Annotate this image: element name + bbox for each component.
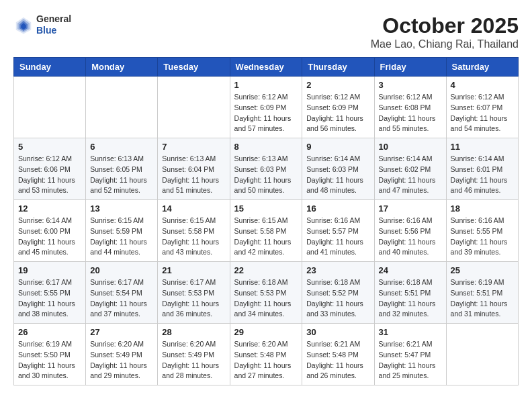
day-number: 6 [90, 142, 153, 152]
day-cell: 3Sunrise: 6:12 AM Sunset: 6:08 PM Daylig… [374, 77, 446, 138]
day-info: Sunrise: 6:13 AM Sunset: 6:05 PM Dayligh… [90, 154, 153, 196]
day-number: 11 [451, 142, 514, 152]
location: Mae Lao, Chiang Rai, Thailand [371, 38, 519, 50]
day-info: Sunrise: 6:13 AM Sunset: 6:03 PM Dayligh… [234, 154, 298, 196]
day-info: Sunrise: 6:16 AM Sunset: 5:57 PM Dayligh… [306, 216, 369, 258]
day-number: 5 [18, 142, 81, 152]
day-info: Sunrise: 6:20 AM Sunset: 5:48 PM Dayligh… [234, 339, 298, 381]
day-number: 27 [90, 327, 153, 337]
day-info: Sunrise: 6:12 AM Sunset: 6:07 PM Dayligh… [451, 92, 514, 134]
day-cell: 15Sunrise: 6:15 AM Sunset: 5:58 PM Dayli… [230, 200, 302, 262]
day-number: 18 [451, 203, 514, 214]
week-row-4: 19Sunrise: 6:17 AM Sunset: 5:55 PM Dayli… [14, 262, 519, 324]
day-number: 3 [379, 80, 442, 90]
day-number: 4 [451, 80, 514, 90]
day-info: Sunrise: 6:14 AM Sunset: 6:03 PM Dayligh… [306, 154, 369, 196]
day-cell: 18Sunrise: 6:16 AM Sunset: 5:55 PM Dayli… [446, 200, 518, 262]
day-number: 2 [306, 80, 369, 90]
day-number: 17 [379, 203, 442, 214]
column-header-tuesday: Tuesday [158, 58, 230, 77]
day-cell [14, 77, 86, 138]
day-number: 16 [306, 203, 369, 214]
day-cell: 27Sunrise: 6:20 AM Sunset: 5:49 PM Dayli… [86, 324, 158, 385]
page-header: General Blue October 2025 Mae Lao, Chian… [13, 13, 519, 50]
day-cell: 6Sunrise: 6:13 AM Sunset: 6:05 PM Daylig… [86, 138, 158, 200]
day-info: Sunrise: 6:17 AM Sunset: 5:54 PM Dayligh… [90, 277, 153, 320]
day-cell: 26Sunrise: 6:19 AM Sunset: 5:50 PM Dayli… [14, 324, 86, 385]
day-cell: 4Sunrise: 6:12 AM Sunset: 6:07 PM Daylig… [446, 77, 518, 138]
week-row-3: 12Sunrise: 6:14 AM Sunset: 6:00 PM Dayli… [14, 200, 519, 262]
day-cell: 29Sunrise: 6:20 AM Sunset: 5:48 PM Dayli… [230, 324, 302, 385]
day-cell: 21Sunrise: 6:17 AM Sunset: 5:53 PM Dayli… [158, 262, 230, 324]
day-cell: 12Sunrise: 6:14 AM Sunset: 6:00 PM Dayli… [14, 200, 86, 262]
column-header-sunday: Sunday [14, 58, 86, 77]
day-number: 31 [379, 327, 442, 337]
day-cell: 22Sunrise: 6:18 AM Sunset: 5:53 PM Dayli… [230, 262, 302, 324]
day-cell: 9Sunrise: 6:14 AM Sunset: 6:03 PM Daylig… [302, 138, 374, 200]
day-info: Sunrise: 6:20 AM Sunset: 5:49 PM Dayligh… [162, 339, 225, 381]
day-info: Sunrise: 6:16 AM Sunset: 5:55 PM Dayligh… [451, 216, 514, 258]
day-number: 30 [306, 327, 369, 337]
day-cell: 24Sunrise: 6:18 AM Sunset: 5:51 PM Dayli… [374, 262, 446, 324]
day-info: Sunrise: 6:14 AM Sunset: 6:02 PM Dayligh… [379, 154, 442, 196]
day-number: 25 [451, 265, 514, 275]
day-cell: 25Sunrise: 6:19 AM Sunset: 5:51 PM Dayli… [446, 262, 518, 324]
day-number: 28 [162, 327, 225, 337]
day-cell: 13Sunrise: 6:15 AM Sunset: 5:59 PM Dayli… [86, 200, 158, 262]
day-info: Sunrise: 6:14 AM Sunset: 6:01 PM Dayligh… [451, 154, 514, 196]
logo-general: General [36, 13, 71, 25]
day-cell [86, 77, 158, 138]
logo-text: General Blue [36, 13, 71, 36]
column-header-thursday: Thursday [302, 58, 374, 77]
day-number: 19 [18, 265, 81, 275]
day-number: 29 [234, 327, 298, 337]
day-number: 22 [234, 265, 298, 275]
day-number: 9 [306, 142, 369, 152]
day-cell: 19Sunrise: 6:17 AM Sunset: 5:55 PM Dayli… [14, 262, 86, 324]
week-row-1: 1Sunrise: 6:12 AM Sunset: 6:09 PM Daylig… [14, 77, 519, 138]
day-info: Sunrise: 6:21 AM Sunset: 5:48 PM Dayligh… [306, 339, 369, 381]
day-info: Sunrise: 6:15 AM Sunset: 5:59 PM Dayligh… [90, 216, 153, 258]
calendar-table: SundayMondayTuesdayWednesdayThursdayFrid… [13, 57, 519, 385]
day-cell: 16Sunrise: 6:16 AM Sunset: 5:57 PM Dayli… [302, 200, 374, 262]
day-cell: 8Sunrise: 6:13 AM Sunset: 6:03 PM Daylig… [230, 138, 302, 200]
day-info: Sunrise: 6:16 AM Sunset: 5:56 PM Dayligh… [379, 216, 442, 258]
day-cell: 28Sunrise: 6:20 AM Sunset: 5:49 PM Dayli… [158, 324, 230, 385]
column-header-wednesday: Wednesday [230, 58, 302, 77]
week-row-5: 26Sunrise: 6:19 AM Sunset: 5:50 PM Dayli… [14, 324, 519, 385]
day-info: Sunrise: 6:15 AM Sunset: 5:58 PM Dayligh… [162, 216, 225, 258]
day-cell: 14Sunrise: 6:15 AM Sunset: 5:58 PM Dayli… [158, 200, 230, 262]
week-row-2: 5Sunrise: 6:12 AM Sunset: 6:06 PM Daylig… [14, 138, 519, 200]
day-cell: 2Sunrise: 6:12 AM Sunset: 6:09 PM Daylig… [302, 77, 374, 138]
day-cell: 1Sunrise: 6:12 AM Sunset: 6:09 PM Daylig… [230, 77, 302, 138]
day-number: 20 [90, 265, 153, 275]
day-number: 21 [162, 265, 225, 275]
logo-blue: Blue [36, 25, 71, 36]
day-cell: 5Sunrise: 6:12 AM Sunset: 6:06 PM Daylig… [14, 138, 86, 200]
day-cell [446, 324, 518, 385]
day-number: 12 [18, 203, 81, 214]
day-info: Sunrise: 6:17 AM Sunset: 5:53 PM Dayligh… [162, 277, 225, 320]
day-cell: 30Sunrise: 6:21 AM Sunset: 5:48 PM Dayli… [302, 324, 374, 385]
day-info: Sunrise: 6:15 AM Sunset: 5:58 PM Dayligh… [234, 216, 298, 258]
column-header-friday: Friday [374, 58, 446, 77]
logo-icon [13, 15, 34, 35]
month-title: October 2025 [371, 13, 519, 38]
day-info: Sunrise: 6:12 AM Sunset: 6:09 PM Dayligh… [234, 92, 298, 134]
title-section: October 2025 Mae Lao, Chiang Rai, Thaila… [371, 13, 519, 50]
day-info: Sunrise: 6:12 AM Sunset: 6:08 PM Dayligh… [379, 92, 442, 134]
day-cell [158, 77, 230, 138]
day-info: Sunrise: 6:12 AM Sunset: 6:06 PM Dayligh… [18, 154, 81, 196]
day-number: 23 [306, 265, 369, 275]
day-info: Sunrise: 6:18 AM Sunset: 5:53 PM Dayligh… [234, 277, 298, 320]
day-number: 8 [234, 142, 298, 152]
column-header-monday: Monday [86, 58, 158, 77]
day-cell: 10Sunrise: 6:14 AM Sunset: 6:02 PM Dayli… [374, 138, 446, 200]
day-info: Sunrise: 6:17 AM Sunset: 5:55 PM Dayligh… [18, 277, 81, 320]
day-cell: 31Sunrise: 6:21 AM Sunset: 5:47 PM Dayli… [374, 324, 446, 385]
day-number: 10 [379, 142, 442, 152]
day-cell: 11Sunrise: 6:14 AM Sunset: 6:01 PM Dayli… [446, 138, 518, 200]
day-info: Sunrise: 6:18 AM Sunset: 5:52 PM Dayligh… [306, 277, 369, 320]
day-number: 13 [90, 203, 153, 214]
day-info: Sunrise: 6:20 AM Sunset: 5:49 PM Dayligh… [90, 339, 153, 381]
